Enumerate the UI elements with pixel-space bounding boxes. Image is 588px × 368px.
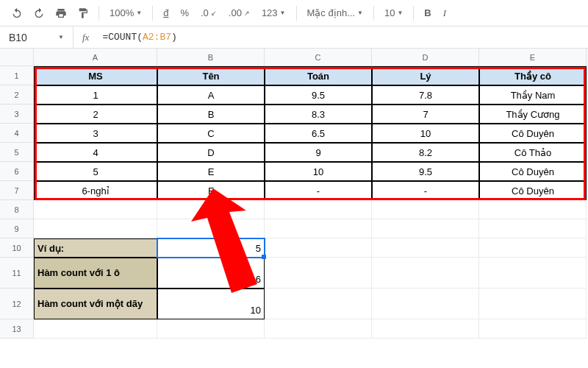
cell-B1[interactable]: Tên (157, 66, 265, 85)
cell-D8[interactable] (372, 200, 479, 219)
cell-C7[interactable]: - (265, 181, 372, 200)
row-header-11[interactable]: 11 (0, 258, 34, 289)
cell-E10[interactable] (479, 238, 587, 258)
cell-C4[interactable]: 6.5 (265, 124, 372, 143)
cell-D13[interactable] (372, 319, 479, 339)
cell-C3[interactable]: 8.3 (265, 105, 372, 124)
select-all-corner[interactable] (0, 49, 34, 66)
row-header-7[interactable]: 7 (0, 181, 34, 200)
col-header-C[interactable]: C (265, 49, 372, 66)
cell-C2[interactable]: 9.5 (265, 85, 372, 105)
cell-E9[interactable] (479, 219, 587, 238)
cell-C1[interactable]: Toán (265, 66, 372, 85)
bold-button[interactable]: B (420, 7, 435, 18)
print-button[interactable] (51, 4, 71, 23)
selection-handle[interactable] (262, 255, 266, 259)
cell-D2[interactable]: 7.8 (372, 85, 479, 105)
redo-button[interactable] (29, 4, 49, 23)
cell-E4[interactable]: Cô Duyên (479, 124, 587, 143)
cell-B4[interactable]: C (157, 124, 265, 143)
row-header-8[interactable]: 8 (0, 200, 34, 219)
cell-E3[interactable]: Thầy Cương (479, 105, 587, 124)
cell-A2[interactable]: 1 (34, 85, 157, 105)
cell-C6[interactable]: 10 (265, 162, 372, 181)
cell-D10[interactable] (372, 238, 479, 258)
cell-C9[interactable] (265, 219, 372, 238)
cell-B2[interactable]: A (157, 85, 265, 105)
cell-A1[interactable]: MS (34, 66, 157, 85)
cell-A6[interactable]: 5 (34, 162, 157, 181)
cell-C8[interactable] (265, 200, 372, 219)
name-box[interactable]: B10▼ (0, 26, 74, 48)
cell-B13[interactable] (157, 319, 265, 339)
cell-B3[interactable]: B (157, 105, 265, 124)
cell-B10[interactable]: 5 (157, 238, 265, 258)
cell-B11[interactable]: 6 (157, 258, 265, 289)
cell-B8[interactable] (157, 200, 265, 219)
cell-A10[interactable]: Ví dụ: (34, 238, 157, 258)
row-header-13[interactable]: 13 (0, 319, 34, 339)
cell-A7[interactable]: 6-nghỉ (34, 181, 157, 200)
decrease-decimal-button[interactable]: .0↙ (196, 7, 221, 18)
cell-E12[interactable] (479, 289, 587, 319)
row-header-5[interactable]: 5 (0, 143, 34, 162)
cell-B7[interactable]: F (157, 181, 265, 200)
cell-C10[interactable] (265, 238, 372, 258)
cell-D3[interactable]: 7 (372, 105, 479, 124)
cell-A8[interactable] (34, 200, 157, 219)
cell-E8[interactable] (479, 200, 587, 219)
cell-A11[interactable]: Hàm count với 1 ô (34, 258, 157, 289)
row-header-9[interactable]: 9 (0, 219, 34, 238)
increase-decimal-button[interactable]: .00↗ (224, 7, 254, 18)
cell-C13[interactable] (265, 319, 372, 339)
cell-E11[interactable] (479, 258, 587, 289)
cell-D4[interactable]: 10 (372, 124, 479, 143)
row-header-4[interactable]: 4 (0, 124, 34, 143)
cell-A9[interactable] (34, 219, 157, 238)
percent-button[interactable]: % (176, 7, 193, 18)
cell-A3[interactable]: 2 (34, 105, 157, 124)
undo-button[interactable] (7, 4, 26, 23)
cell-B12[interactable]: 10 (157, 289, 265, 319)
cell-A4[interactable]: 3 (34, 124, 157, 143)
cell-A5[interactable]: 4 (34, 143, 157, 162)
paint-format-button[interactable] (74, 4, 93, 23)
col-header-B[interactable]: B (157, 49, 265, 66)
cell-E5[interactable]: Cô Thảo (479, 143, 587, 162)
cell-B5[interactable]: D (157, 143, 265, 162)
row-header-1[interactable]: 1 (0, 66, 34, 85)
formula-input[interactable]: =COUNT(A2:B7) (98, 32, 588, 43)
cell-C12[interactable] (265, 289, 372, 319)
row-header-3[interactable]: 3 (0, 105, 34, 124)
cell-D7[interactable]: - (372, 181, 479, 200)
cell-E7[interactable]: Cô Duyên (479, 181, 587, 200)
col-header-A[interactable]: A (34, 49, 157, 66)
cell-E1[interactable]: Thầy cô (479, 66, 587, 85)
cell-E6[interactable]: Cô Duyên (479, 162, 587, 181)
cell-D11[interactable] (372, 258, 479, 289)
row-header-2[interactable]: 2 (0, 85, 34, 105)
cell-D6[interactable]: 9.5 (372, 162, 479, 181)
cell-D9[interactable] (372, 219, 479, 238)
col-header-E[interactable]: E (479, 49, 587, 66)
font-size-dropdown[interactable]: 10▼ (380, 7, 407, 18)
cell-B6[interactable]: E (157, 162, 265, 181)
row-header-6[interactable]: 6 (0, 162, 34, 181)
cell-A12[interactable]: Hàm count với một dãy (34, 289, 157, 319)
row-header-10[interactable]: 10 (0, 238, 34, 258)
font-dropdown[interactable]: Mặc định...▼ (303, 7, 368, 18)
cell-C5[interactable]: 9 (265, 143, 372, 162)
cell-D5[interactable]: 8.2 (372, 143, 479, 162)
col-header-D[interactable]: D (372, 49, 479, 66)
zoom-dropdown[interactable]: 100%▼ (105, 7, 146, 18)
currency-button[interactable]: đ (159, 7, 173, 18)
cell-B9[interactable] (157, 219, 265, 238)
more-formats-dropdown[interactable]: 123▼ (257, 7, 290, 18)
cell-E13[interactable] (479, 319, 587, 339)
italic-button[interactable]: I (439, 7, 451, 19)
cell-A13[interactable] (34, 319, 157, 339)
cell-E2[interactable]: Thầy Nam (479, 85, 587, 105)
cell-D1[interactable]: Lý (372, 66, 479, 85)
cell-C11[interactable] (265, 258, 372, 289)
cell-D12[interactable] (372, 289, 479, 319)
